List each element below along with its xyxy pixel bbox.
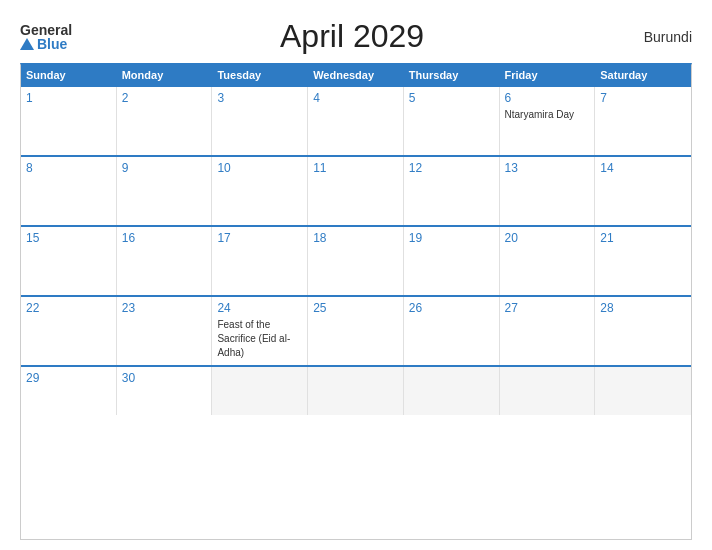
- cell-date-number: 10: [217, 161, 302, 175]
- cell-date-number: 28: [600, 301, 686, 315]
- calendar-grid: SundayMondayTuesdayWednesdayThursdayFrid…: [20, 63, 692, 540]
- calendar-cell: 18: [308, 227, 404, 295]
- header: General Blue April 2029 Burundi: [20, 18, 692, 55]
- cell-date-number: 20: [505, 231, 590, 245]
- calendar-cell: 10: [212, 157, 308, 225]
- cell-date-number: 3: [217, 91, 302, 105]
- calendar-cell: 12: [404, 157, 500, 225]
- calendar-cell: 22: [21, 297, 117, 365]
- day-header-tuesday: Tuesday: [212, 65, 308, 85]
- cell-date-number: 11: [313, 161, 398, 175]
- calendar-cell: 26: [404, 297, 500, 365]
- calendar-cell: 28: [595, 297, 691, 365]
- calendar-cell: 13: [500, 157, 596, 225]
- day-header-sunday: Sunday: [21, 65, 117, 85]
- cell-date-number: 26: [409, 301, 494, 315]
- calendar-cell: 23: [117, 297, 213, 365]
- logo-general-text: General: [20, 23, 72, 37]
- calendar-cell: 20: [500, 227, 596, 295]
- calendar-cell: 21: [595, 227, 691, 295]
- cell-date-number: 25: [313, 301, 398, 315]
- logo-triangle-icon: [20, 38, 34, 50]
- day-header-saturday: Saturday: [595, 65, 691, 85]
- cell-date-number: 29: [26, 371, 111, 385]
- calendar-cell: 15: [21, 227, 117, 295]
- calendar-cell: 19: [404, 227, 500, 295]
- cell-date-number: 7: [600, 91, 686, 105]
- calendar-cell: 8: [21, 157, 117, 225]
- calendar-cell: 1: [21, 87, 117, 155]
- cell-date-number: 15: [26, 231, 111, 245]
- calendar-cell: 7: [595, 87, 691, 155]
- cell-event-label: Ntaryamira Day: [505, 109, 574, 120]
- calendar-cell: 3: [212, 87, 308, 155]
- logo-blue-text: Blue: [20, 37, 72, 51]
- calendar-cell: 17: [212, 227, 308, 295]
- cell-date-number: 5: [409, 91, 494, 105]
- cell-date-number: 6: [505, 91, 590, 105]
- calendar-cell: 2: [117, 87, 213, 155]
- calendar-week-2: 891011121314: [21, 155, 691, 225]
- cell-date-number: 30: [122, 371, 207, 385]
- calendar-cell: 11: [308, 157, 404, 225]
- logo: General Blue: [20, 23, 72, 51]
- cell-date-number: 9: [122, 161, 207, 175]
- day-header-wednesday: Wednesday: [308, 65, 404, 85]
- cell-date-number: 14: [600, 161, 686, 175]
- cell-date-number: 12: [409, 161, 494, 175]
- day-header-thursday: Thursday: [404, 65, 500, 85]
- calendar-week-5: 2930: [21, 365, 691, 415]
- cell-event-label: Feast of the Sacrifice (Eid al-Adha): [217, 319, 290, 358]
- cell-date-number: 13: [505, 161, 590, 175]
- cell-date-number: 1: [26, 91, 111, 105]
- calendar-cell: 14: [595, 157, 691, 225]
- cell-date-number: 21: [600, 231, 686, 245]
- calendar-week-3: 15161718192021: [21, 225, 691, 295]
- calendar-week-4: 222324Feast of the Sacrifice (Eid al-Adh…: [21, 295, 691, 365]
- calendar-week-1: 123456Ntaryamira Day7: [21, 85, 691, 155]
- cell-date-number: 24: [217, 301, 302, 315]
- cell-date-number: 23: [122, 301, 207, 315]
- cell-date-number: 18: [313, 231, 398, 245]
- calendar-cell: 30: [117, 367, 213, 415]
- cell-date-number: 8: [26, 161, 111, 175]
- calendar-cell: [308, 367, 404, 415]
- cell-date-number: 27: [505, 301, 590, 315]
- cell-date-number: 22: [26, 301, 111, 315]
- calendar-cell: [404, 367, 500, 415]
- cell-date-number: 16: [122, 231, 207, 245]
- calendar-cell: 16: [117, 227, 213, 295]
- calendar-header-row: SundayMondayTuesdayWednesdayThursdayFrid…: [21, 65, 691, 85]
- cell-date-number: 17: [217, 231, 302, 245]
- calendar-page: General Blue April 2029 Burundi SundayMo…: [0, 0, 712, 550]
- day-header-friday: Friday: [500, 65, 596, 85]
- calendar-cell: 24Feast of the Sacrifice (Eid al-Adha): [212, 297, 308, 365]
- calendar-cell: 9: [117, 157, 213, 225]
- cell-date-number: 19: [409, 231, 494, 245]
- cell-date-number: 4: [313, 91, 398, 105]
- calendar-title: April 2029: [72, 18, 632, 55]
- calendar-cell: 27: [500, 297, 596, 365]
- calendar-body: 123456Ntaryamira Day78910111213141516171…: [21, 85, 691, 415]
- calendar-cell: 4: [308, 87, 404, 155]
- cell-date-number: 2: [122, 91, 207, 105]
- country-label: Burundi: [632, 29, 692, 45]
- calendar-cell: [595, 367, 691, 415]
- calendar-cell: 29: [21, 367, 117, 415]
- calendar-cell: [500, 367, 596, 415]
- calendar-cell: 5: [404, 87, 500, 155]
- calendar-cell: [212, 367, 308, 415]
- calendar-cell: 6Ntaryamira Day: [500, 87, 596, 155]
- day-header-monday: Monday: [117, 65, 213, 85]
- calendar-cell: 25: [308, 297, 404, 365]
